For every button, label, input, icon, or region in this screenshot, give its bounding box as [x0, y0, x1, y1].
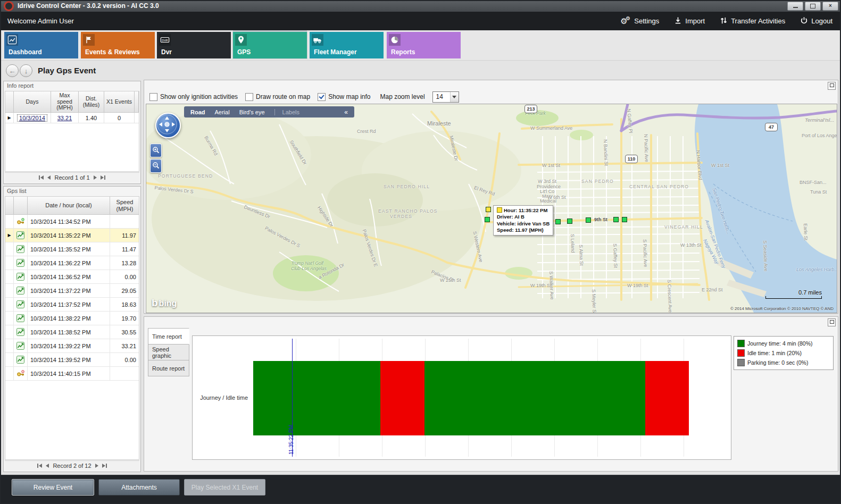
journey-idle-bar: [253, 361, 689, 435]
last-record-button[interactable]: [101, 175, 106, 180]
gps-marker[interactable]: [555, 219, 561, 224]
close-button[interactable]: ×: [822, 2, 838, 11]
import-button[interactable]: Import: [674, 16, 705, 26]
maximize-button[interactable]: [805, 2, 821, 11]
gps-marker[interactable]: [586, 217, 591, 223]
gps-marker[interactable]: [613, 217, 619, 222]
prev-record-button[interactable]: [47, 175, 51, 180]
tab-route-report[interactable]: Route report: [148, 360, 189, 376]
tab-dvr[interactable]: DVR Dvr: [157, 32, 231, 58]
review-event-button[interactable]: Review Event: [12, 479, 94, 495]
tab-reports[interactable]: Reports: [387, 32, 461, 58]
gps-row[interactable]: 10/3/2014 11:38:52 PM30.55: [5, 325, 139, 339]
gps-row[interactable]: 10/3/2014 11:40:15 PM: [5, 367, 139, 381]
gps-marker[interactable]: [485, 217, 490, 222]
column-header-x1-events[interactable]: X1 Events: [104, 91, 135, 113]
checkbox-box: [149, 93, 157, 101]
chart-plot-area: 11:35:22 PM: [253, 339, 727, 457]
gps-row[interactable]: 10/3/2014 11:39:22 PM33.21: [5, 339, 139, 353]
map-attribution: © 2014 Microsoft Corporation © 2010 NAVT…: [730, 306, 834, 311]
x1-events-cell: 0: [104, 113, 135, 123]
record-position-text: Record 1 of 1: [54, 174, 89, 181]
welcome-text: Welcome Admin User: [7, 17, 74, 25]
column-header-speed[interactable]: Speed (MPH): [110, 197, 139, 215]
ignition-on-icon: [14, 215, 28, 229]
next-record-button[interactable]: [94, 175, 97, 180]
checkbox-box: [318, 93, 326, 101]
marker-swatch-icon: [497, 207, 502, 213]
gps-speed-cell: 0.00: [110, 353, 139, 367]
logout-button[interactable]: Logout: [800, 16, 832, 26]
collapse-panel-button[interactable]: [828, 82, 836, 90]
legend-swatch: [737, 359, 745, 366]
row-indicator: [5, 325, 14, 339]
map-style-road[interactable]: Road: [190, 109, 205, 115]
gps-marker[interactable]: [622, 217, 627, 222]
map-pan-compass[interactable]: [155, 113, 181, 138]
zoom-out-button[interactable]: [150, 159, 162, 173]
gps-row[interactable]: 10/3/2014 11:35:52 PM11.47: [5, 242, 139, 256]
checkbox-show-only-ignition[interactable]: Show only ignition activities: [149, 93, 238, 101]
truck-icon: [312, 34, 323, 46]
map-zoom-select[interactable]: 14: [432, 91, 459, 103]
minimize-button[interactable]: [787, 2, 803, 11]
chart-row-label: Journey / Idle time: [193, 336, 251, 459]
tab-time-report[interactable]: Time report: [148, 328, 189, 345]
tab-fleet-manager[interactable]: Fleet Manager: [310, 32, 384, 58]
gps-speed-cell: 13.28: [110, 256, 139, 270]
info-report-row[interactable]: ▶ 10/3/2014 33.21 1.40 0: [5, 113, 139, 123]
checkbox-show-map-info[interactable]: Show map info: [318, 93, 370, 101]
next-record-button[interactable]: [95, 464, 98, 468]
map-style-labels[interactable]: Labels: [274, 109, 299, 115]
row-indicator: [5, 367, 14, 381]
checkbox-draw-route[interactable]: Draw route on map: [245, 93, 310, 101]
map-style-toolbar: RoadAerialBird's eyeLabels«: [184, 106, 354, 117]
gps-point-icon: [14, 242, 28, 256]
bing-logo[interactable]: b bing: [152, 297, 177, 309]
gps-point-icon: [14, 229, 28, 242]
gps-row[interactable]: 10/3/2014 11:39:52 PM0.00: [5, 353, 139, 367]
icon-column-header: [14, 197, 28, 215]
map-scale: 0.7 miles: [765, 289, 822, 299]
first-record-button[interactable]: [38, 175, 44, 180]
day-link[interactable]: 10/3/2014: [18, 115, 47, 121]
tab-gps[interactable]: GPS: [233, 32, 307, 58]
last-record-button[interactable]: [102, 464, 107, 468]
transfer-activities-button[interactable]: Transfer Activities: [720, 16, 785, 26]
gps-row[interactable]: 10/3/2014 11:37:22 PM29.05: [5, 284, 139, 298]
collapse-all-button[interactable]: ↓: [20, 64, 32, 77]
collapse-panel-button[interactable]: [828, 318, 836, 326]
map-toolbar-collapse-button[interactable]: «: [344, 108, 348, 116]
column-header-date[interactable]: Date / hour (local): [28, 197, 110, 215]
gps-marker[interactable]: [567, 219, 572, 224]
selected-gps-marker[interactable]: [486, 207, 491, 212]
gps-row[interactable]: 10/3/2014 11:36:22 PM13.28: [5, 256, 139, 270]
tab-dashboard[interactable]: Dashboard: [4, 32, 78, 58]
map-style-aerial[interactable]: Aerial: [215, 109, 230, 115]
tab-speed-graphic[interactable]: Speed graphic: [148, 344, 189, 360]
gps-row[interactable]: 10/3/2014 11:38:22 PM19.70: [5, 312, 139, 325]
map-style-birdseye[interactable]: Bird's eye: [239, 109, 265, 115]
column-header-days[interactable]: Days: [14, 91, 51, 113]
max-speed-link[interactable]: 33.21: [57, 115, 72, 121]
bing-map[interactable]: MiralestePeck ParkW Summerland AveCrest …: [146, 104, 837, 313]
prev-record-button[interactable]: [46, 464, 49, 468]
settings-button[interactable]: ⚙⚙ Settings: [620, 16, 659, 26]
map-zoom-label: Map zoom level: [380, 93, 425, 100]
zoom-in-button[interactable]: [150, 144, 162, 157]
gps-speed-cell: 30.55: [110, 325, 139, 339]
gps-row[interactable]: 10/3/2014 11:36:52 PM0.00: [5, 270, 139, 284]
tab-events-reviews[interactable]: Events & Reviews: [81, 32, 155, 58]
gps-row[interactable]: 10/3/2014 11:37:52 PM18.63: [5, 298, 139, 312]
gps-row[interactable]: 10/3/2014 11:34:52 PM: [5, 215, 139, 229]
first-record-button[interactable]: [37, 464, 42, 468]
column-header-dist[interactable]: Dist. (Miles): [79, 91, 104, 113]
gps-speed-cell: [110, 367, 139, 381]
attachments-button[interactable]: Attachments: [98, 479, 180, 495]
app-logo-icon: [4, 1, 14, 11]
column-header-max-speed[interactable]: Max speed (MPH): [51, 91, 79, 113]
timeline-segment-idle: [645, 361, 689, 435]
gps-row[interactable]: ▶10/3/2014 11:35:22 PM11.97: [5, 229, 139, 242]
record-position-text: Record 2 of 12: [53, 463, 91, 469]
back-button[interactable]: ←: [6, 64, 19, 77]
